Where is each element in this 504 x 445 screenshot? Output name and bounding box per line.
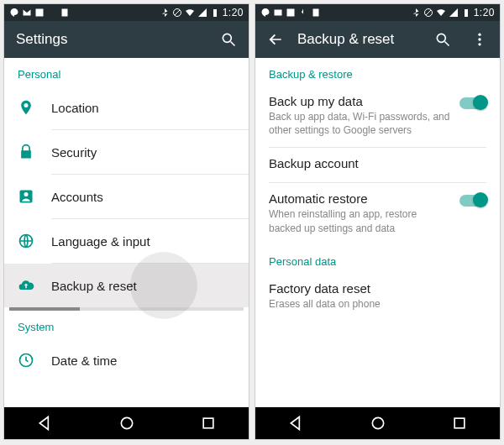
svg-point-22 — [478, 43, 480, 45]
svg-point-23 — [372, 417, 383, 428]
status-time: 1:20 — [223, 7, 244, 18]
app-bar: Backup & reset — [255, 21, 500, 58]
nav-home-icon[interactable] — [118, 415, 135, 432]
clock-icon — [18, 352, 34, 369]
svg-rect-24 — [454, 418, 465, 428]
svg-point-21 — [478, 38, 480, 40]
status-right-icons: 1:20 — [160, 7, 244, 18]
sim-icon — [60, 8, 70, 18]
download-icon — [47, 8, 57, 18]
location-icon — [18, 99, 34, 116]
settings-item-backup-reset[interactable]: Backup & reset — [4, 264, 249, 307]
nav-back-icon[interactable] — [37, 415, 54, 432]
battery-icon — [210, 8, 220, 18]
settings-item-accounts[interactable]: Accounts — [4, 175, 249, 218]
settings-list: Personal Location Security Accounts Lang… — [4, 58, 249, 407]
svg-point-18 — [437, 34, 445, 42]
overflow-menu-icon[interactable] — [471, 31, 488, 48]
svg-rect-13 — [287, 9, 295, 17]
status-time: 1:20 — [474, 7, 495, 18]
touch-ripple — [130, 252, 197, 319]
nav-back-icon[interactable] — [288, 415, 305, 432]
pref-backup-account[interactable]: Backup account — [255, 148, 500, 182]
nav-home-icon[interactable] — [370, 415, 386, 432]
svg-line-16 — [426, 10, 431, 15]
search-icon[interactable] — [220, 31, 237, 48]
settings-screen: 1:20 Settings Personal Location Security… — [3, 3, 249, 440]
svg-point-20 — [478, 34, 480, 36]
lock-icon — [18, 144, 34, 160]
image-icon — [34, 8, 45, 18]
status-right-icons: 1:20 — [411, 7, 495, 18]
pref-subtitle: Erases all data on phone — [269, 297, 486, 311]
svg-rect-14 — [313, 9, 319, 17]
svg-point-11 — [121, 417, 132, 428]
svg-rect-17 — [465, 9, 468, 17]
status-bar: 1:20 — [255, 4, 500, 21]
bluetooth-icon — [411, 8, 421, 18]
section-header-system: System — [4, 311, 249, 338]
wifi-icon — [185, 8, 195, 18]
section-header-personal-data: Personal data — [255, 245, 500, 273]
image-icon — [286, 8, 296, 18]
signal-icon — [449, 8, 459, 18]
status-left-icons — [260, 8, 321, 18]
pref-title: Automatic restore — [269, 191, 451, 206]
wifi-icon — [436, 8, 446, 18]
section-header-personal: Personal — [4, 58, 249, 86]
settings-item-location[interactable]: Location — [4, 86, 249, 129]
pref-title: Factory data reset — [269, 281, 486, 296]
settings-item-datetime[interactable]: Date & time — [4, 338, 249, 382]
settings-item-security[interactable]: Security — [4, 130, 249, 174]
settings-item-label: Backup & reset — [51, 279, 137, 293]
settings-item-label: Security — [51, 145, 97, 160]
page-title: Backup & reset — [297, 31, 421, 48]
svg-rect-12 — [203, 418, 213, 428]
svg-point-5 — [223, 34, 231, 42]
pref-subtitle: When reinstalling an app, restore backed… — [269, 207, 451, 234]
download-icon — [298, 8, 308, 18]
account-icon — [18, 188, 34, 205]
status-bar: 1:20 — [4, 4, 249, 21]
cloud-upload-icon — [18, 277, 34, 294]
status-left-icons — [9, 8, 70, 18]
signal-icon — [197, 8, 207, 18]
nav-recent-icon[interactable] — [200, 415, 217, 432]
pref-automatic-restore[interactable]: Automatic restore When reinstalling an a… — [255, 183, 500, 244]
svg-rect-0 — [36, 9, 44, 17]
nav-recent-icon[interactable] — [451, 415, 468, 432]
settings-item-label: Language & input — [51, 234, 150, 249]
bluetooth-icon — [160, 8, 170, 18]
switch-backup-my-data[interactable] — [459, 97, 486, 109]
svg-point-8 — [24, 192, 29, 196]
pref-factory-data-reset[interactable]: Factory data reset Erases all data on ph… — [255, 273, 500, 321]
svg-line-6 — [231, 42, 235, 46]
hangouts-icon — [9, 8, 19, 18]
page-title: Settings — [16, 31, 207, 48]
backup-reset-screen: 1:20 Backup & reset Backup & restore Bac… — [255, 3, 501, 440]
sim-icon — [311, 8, 321, 18]
globe-icon — [18, 233, 34, 249]
mail-icon — [273, 8, 283, 18]
pref-title: Backup account — [269, 156, 486, 170]
section-header-backup-restore: Backup & restore — [255, 58, 500, 86]
backup-reset-list: Backup & restore Back up my data Back up… — [255, 58, 500, 407]
app-bar: Settings — [4, 21, 249, 58]
block-icon — [423, 8, 433, 18]
settings-item-label: Location — [51, 101, 99, 115]
navigation-bar — [255, 407, 500, 439]
settings-item-label: Date & time — [51, 353, 117, 368]
battery-icon — [461, 8, 471, 18]
search-icon[interactable] — [434, 31, 451, 48]
switch-automatic-restore[interactable] — [459, 195, 486, 207]
block-icon — [172, 8, 182, 18]
back-arrow-icon[interactable] — [267, 31, 284, 48]
settings-item-label: Accounts — [51, 190, 103, 204]
svg-rect-4 — [213, 9, 217, 17]
pref-title: Back up my data — [269, 94, 451, 108]
pref-backup-my-data[interactable]: Back up my data Back up app data, Wi-Fi … — [255, 86, 500, 147]
settings-item-language[interactable]: Language & input — [4, 219, 249, 263]
hangouts-icon — [260, 8, 270, 18]
svg-line-19 — [445, 42, 449, 46]
svg-line-3 — [175, 10, 180, 15]
